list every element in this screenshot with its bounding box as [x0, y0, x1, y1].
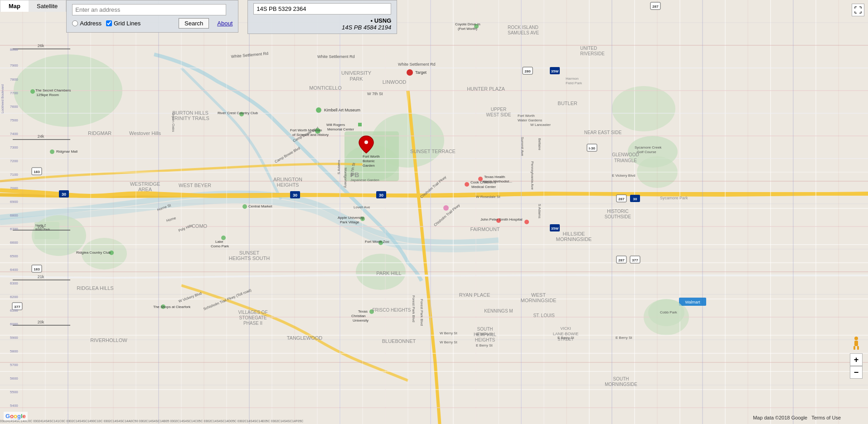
svg-text:PHASE II: PHASE II	[243, 321, 262, 326]
svg-text:377: 377	[632, 258, 638, 262]
coord-input[interactable]	[253, 3, 391, 14]
tab-satellite[interactable]: Satellite	[29, 0, 66, 12]
zoom-controls: + −	[850, 353, 863, 379]
svg-text:Japanese Garden: Japanese Garden	[350, 178, 379, 182]
svg-text:35W: 35W	[551, 226, 559, 231]
svg-text:Target: Target	[415, 70, 427, 75]
svg-text:Fort Worth Museum: Fort Worth Museum	[290, 128, 322, 132]
svg-text:280: 280	[524, 69, 531, 73]
svg-text:UNITED: UNITED	[580, 46, 597, 51]
search-button[interactable]: Search	[179, 18, 209, 29]
svg-text:Fort Worth: Fort Worth	[363, 154, 380, 159]
usng-label: • USNG	[371, 17, 392, 24]
svg-text:BURTON HILLS: BURTON HILLS	[172, 110, 209, 116]
svg-text:White Settlement Rd: White Settlement Rd	[398, 62, 436, 67]
svg-text:SOUTHSIDE: SOUTHSIDE	[605, 214, 631, 219]
svg-text:287: 287	[618, 258, 625, 262]
svg-text:WESTRIDGE: WESTRIDGE	[130, 181, 160, 187]
svg-text:Apple University: Apple University	[338, 216, 364, 220]
svg-text:30: 30	[62, 192, 66, 197]
fullscreen-icon	[854, 6, 862, 14]
svg-rect-317	[853, 346, 855, 350]
svg-text:6400: 6400	[10, 268, 18, 272]
svg-text:TRINITY TRAILS: TRINITY TRAILS	[171, 116, 209, 121]
svg-text:Central Market: Central Market	[248, 204, 272, 208]
svg-text:The Secret Chambers: The Secret Chambers	[35, 88, 71, 92]
svg-text:PARK: PARK	[349, 76, 363, 82]
svg-rect-152	[358, 123, 362, 126]
checkbox-gridlines[interactable]	[106, 20, 112, 26]
svg-text:26k: 26k	[38, 43, 44, 48]
svg-text:RIVERHOLLOW: RIVERHOLLOW	[90, 337, 127, 343]
map-background: White Settlement Rd White Settlement Rd …	[0, 0, 868, 424]
svg-text:Lockheed Boulevard: Lockheed Boulevard	[1, 84, 4, 113]
svg-text:S Adams: S Adams	[538, 204, 542, 218]
svg-text:SOUTH: SOUTH	[613, 376, 629, 381]
map-data-label: Map data ©2018 Google	[753, 415, 807, 420]
svg-text:E Vickery Blvd: E Vickery Blvd	[612, 173, 635, 178]
svg-text:22k: 22k	[38, 225, 44, 229]
svg-text:6900: 6900	[10, 200, 18, 204]
svg-text:Sycamore Park: Sycamore Park	[660, 196, 688, 200]
svg-text:6600: 6600	[10, 241, 18, 245]
svg-text:HUNTER PLAZA: HUNTER PLAZA	[467, 86, 505, 92]
svg-text:STONEGATE: STONEGATE	[239, 315, 267, 320]
zoom-out-button[interactable]: −	[850, 366, 863, 379]
coord-box: • USNG 14S PB 4584 2194	[247, 0, 397, 34]
svg-text:White Settlement Rd: White Settlement Rd	[317, 54, 355, 59]
svg-text:KENNINGS M: KENNINGS M	[484, 308, 513, 313]
svg-text:FAIRMOUNT: FAIRMOUNT	[470, 226, 500, 232]
search-panel: Address Grid Lines Search About	[66, 0, 238, 33]
svg-text:UNIVERSITY: UNIVERSITY	[341, 70, 372, 76]
svg-text:Garden: Garden	[363, 164, 375, 168]
svg-text:Texas: Texas	[358, 309, 368, 313]
svg-text:Pennsylvania Ave: Pennsylvania Ave	[530, 161, 534, 190]
svg-text:UPPER: UPPER	[491, 107, 506, 112]
pegman[interactable]	[850, 335, 863, 352]
svg-text:5400: 5400	[10, 404, 18, 408]
svg-point-5	[612, 86, 675, 131]
tab-map[interactable]: Map	[0, 0, 29, 12]
svg-text:PB: PB	[350, 171, 359, 178]
svg-text:COMO: COMO	[192, 223, 208, 229]
radio-address[interactable]	[72, 20, 78, 26]
svg-text:30: 30	[293, 193, 297, 198]
svg-text:7500: 7500	[10, 118, 18, 122]
svg-text:River Crest Country Club: River Crest Country Club	[218, 111, 258, 115]
svg-text:HILLSIDE: HILLSIDE	[563, 231, 585, 236]
svg-text:20k: 20k	[38, 320, 44, 324]
svg-text:30: 30	[633, 197, 637, 201]
svg-text:LINWOOD: LINWOOD	[383, 79, 407, 85]
svg-text:W Rosedale St: W Rosedale St	[476, 195, 500, 199]
svg-text:Water Gardens: Water Gardens	[518, 118, 542, 122]
address-input[interactable]	[72, 4, 226, 15]
svg-text:21k: 21k	[38, 275, 44, 279]
svg-text:John Peter Smith Hospital: John Peter Smith Hospital	[480, 217, 523, 222]
svg-text:30: 30	[379, 193, 383, 198]
google-logo: Google	[4, 412, 28, 420]
zoom-in-button[interactable]: +	[850, 353, 863, 366]
svg-text:VILLAGES OF: VILLAGES OF	[238, 310, 267, 315]
svg-text:Forest Park Blvd: Forest Park Blvd	[420, 299, 424, 326]
terms-of-use-link[interactable]: Terms of Use	[811, 415, 841, 420]
svg-text:6500: 6500	[10, 254, 18, 258]
svg-text:W Berry St: W Berry St	[440, 331, 457, 335]
svg-text:RIVERSIDE: RIVERSIDE	[580, 51, 605, 56]
svg-rect-318	[857, 346, 859, 350]
svg-text:6200: 6200	[10, 295, 18, 299]
svg-text:MORNINGSIDE: MORNINGSIDE	[521, 298, 557, 303]
about-link[interactable]: About	[217, 20, 233, 27]
svg-text:7800: 7800	[10, 77, 18, 82]
svg-text:Bellaire: Bellaire	[538, 138, 542, 150]
svg-text:Ridgmar Mall: Ridgmar Mall	[56, 149, 78, 154]
svg-text:RYAN PLACE: RYAN PLACE	[459, 292, 490, 298]
svg-text:7200: 7200	[10, 159, 18, 163]
svg-text:5500: 5500	[10, 390, 18, 394]
svg-text:35W: 35W	[551, 69, 559, 73]
map-container: White Settlement Rd White Settlement Rd …	[0, 0, 868, 424]
fullscreen-button[interactable]	[852, 4, 864, 16]
svg-text:TRIANGLE: TRIANGLE	[614, 158, 637, 163]
svg-rect-316	[854, 341, 858, 346]
svg-text:24k: 24k	[38, 134, 44, 139]
top-bar: Map Satellite Address Grid Lines Search …	[0, 0, 868, 34]
